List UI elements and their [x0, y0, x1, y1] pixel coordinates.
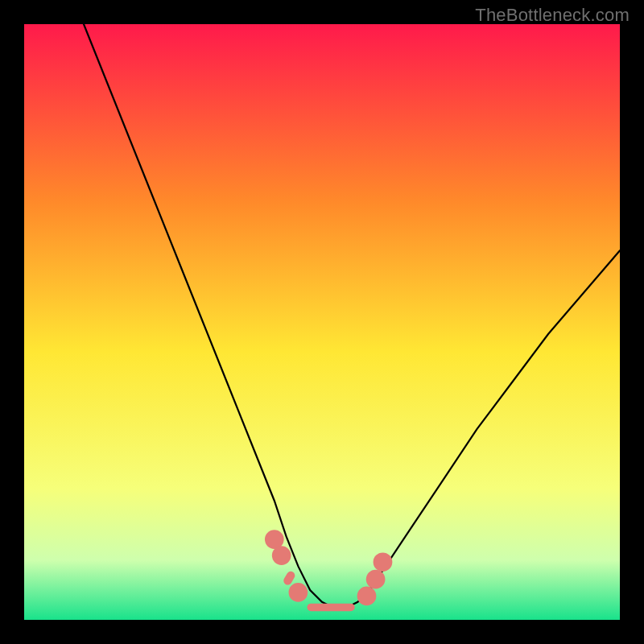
- gradient-background: [24, 24, 620, 620]
- marker-pill: [308, 604, 355, 612]
- chart-frame: TheBottleneck.com: [0, 0, 644, 644]
- watermark-text: TheBottleneck.com: [475, 5, 630, 26]
- marker-dot: [374, 552, 393, 572]
- marker-dot: [289, 583, 308, 602]
- chart-plot: [24, 24, 620, 620]
- marker-dot: [366, 570, 386, 589]
- marker-dot: [272, 546, 291, 565]
- marker-dot: [357, 587, 377, 606]
